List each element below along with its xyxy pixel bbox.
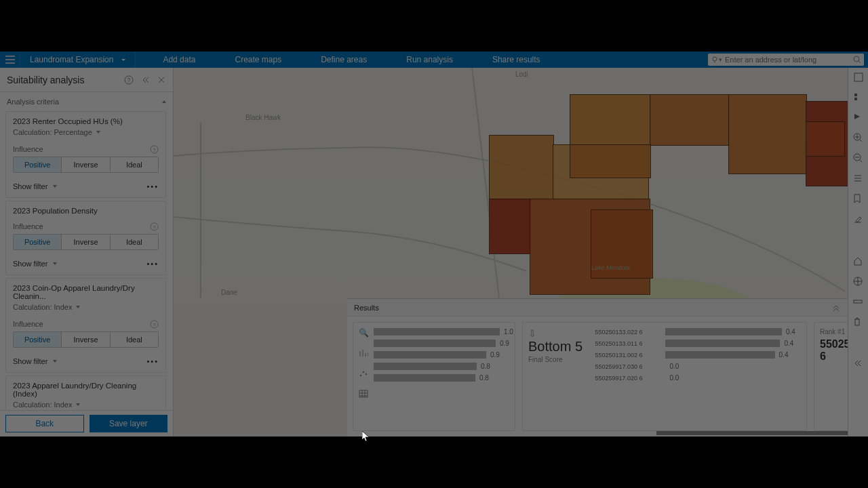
more-icon[interactable]: ••• — [146, 260, 159, 268]
pin-icon — [711, 56, 719, 64]
home-icon[interactable] — [853, 256, 864, 267]
workarea: Suitability analysis ? Analysis criteria… — [0, 68, 868, 436]
scrollbar-thumb[interactable] — [656, 431, 868, 435]
show-filter-toggle[interactable]: Show filter — [13, 260, 47, 268]
search-box[interactable]: ▾ — [708, 54, 864, 66]
seg-ideal[interactable]: Ideal — [111, 332, 158, 347]
tab-share-results[interactable]: Share results — [492, 55, 540, 64]
chevron-down-icon — [76, 403, 80, 406]
bottom5-card: ⇩ Bottom 5 Final Score 550250133.022 60.… — [522, 322, 807, 431]
search-icon[interactable]: 🔍 — [359, 328, 370, 339]
results-h-scrollbar[interactable] — [521, 430, 827, 436]
histogram-icon[interactable] — [359, 348, 370, 359]
more-icon[interactable]: ••• — [146, 182, 159, 190]
zoom-out-icon[interactable] — [853, 153, 864, 164]
criterion-name: 2023 Coin-Op Apparel Laundry/Dry Cleanin… — [6, 279, 165, 303]
bookmark-icon[interactable] — [853, 194, 864, 205]
more-icon[interactable]: ••• — [146, 357, 159, 365]
rank-id: 550250128.003 6 — [820, 338, 848, 363]
suitability-polygon[interactable] — [490, 136, 553, 199]
zoom-in-icon[interactable] — [853, 133, 864, 144]
collapse-icon[interactable] — [140, 75, 150, 85]
show-filter-toggle[interactable]: Show filter — [13, 357, 47, 365]
legend-icon[interactable] — [853, 92, 864, 103]
show-filter-toggle[interactable]: Show filter — [13, 182, 47, 190]
calculation-picker[interactable]: Calculation: Index — [6, 401, 165, 410]
svg-point-17 — [360, 375, 361, 376]
measure-icon[interactable] — [853, 297, 864, 308]
suitability-polygon[interactable] — [729, 95, 806, 174]
section-analysis-criteria[interactable]: Analysis criteria — [0, 92, 173, 108]
bottom5-row: 550250133.022 60.4 — [595, 328, 801, 336]
map-canvas[interactable]: Black Hawk Lodi Lake Mendota Dane County… — [174, 68, 868, 436]
histogram-row: 0.9 — [374, 340, 519, 347]
seg-positive[interactable]: Positive — [14, 157, 62, 172]
close-icon[interactable] — [157, 75, 166, 85]
tab-create-maps[interactable]: Create maps — [235, 55, 281, 64]
tab-run-analysis[interactable]: Run analysis — [406, 55, 453, 64]
results-view-tabs: 🔍 — [359, 328, 370, 425]
layers-icon[interactable] — [853, 72, 864, 83]
tab-add-data[interactable]: Add data — [163, 55, 195, 64]
project-name: Laundromat Expansion — [30, 55, 113, 64]
scatter-icon[interactable] — [359, 369, 370, 380]
search-input[interactable] — [722, 56, 853, 64]
help-icon[interactable]: ? — [149, 222, 159, 231]
results-title: Results — [354, 304, 379, 312]
map-label: Lodi — [515, 70, 528, 78]
tab-define-areas[interactable]: Define areas — [321, 55, 367, 64]
help-icon[interactable]: ? — [149, 144, 159, 154]
sort-desc-icon[interactable]: ⇩ — [528, 328, 595, 339]
criterion-name: 2023 Apparel Laundry/Dry Cleaning (Index… — [6, 376, 165, 401]
svg-text:?: ? — [153, 146, 156, 152]
suitability-polygon[interactable] — [650, 95, 729, 145]
project-picker[interactable]: Laundromat Expansion — [20, 52, 136, 68]
list-icon[interactable] — [853, 174, 864, 184]
svg-rect-21 — [854, 73, 863, 81]
criteria-scroll[interactable]: 2023 Renter Occupied HUs (%) Calculation… — [0, 108, 173, 410]
bottom5-row: 550250131.002 60.4 — [595, 351, 801, 359]
menu-icon[interactable] — [0, 52, 20, 68]
chevron-down-icon — [119, 55, 125, 64]
map-label: Lake Mendota — [591, 264, 630, 271]
seg-positive[interactable]: Positive — [14, 332, 62, 347]
svg-rect-23 — [854, 98, 857, 100]
bottom5-sub: Final Score — [528, 356, 595, 363]
back-button[interactable]: Back — [5, 415, 84, 432]
bottom5-heading: Bottom 5 — [528, 339, 595, 354]
seg-inverse[interactable]: Inverse — [62, 235, 110, 249]
calculation-picker[interactable]: Calculation: Index — [6, 303, 165, 315]
seg-ideal[interactable]: Ideal — [111, 235, 158, 249]
suitability-polygon[interactable] — [570, 145, 650, 178]
histogram-row: 0.9 — [374, 351, 519, 359]
globe-icon[interactable] — [853, 277, 864, 287]
histogram-card: 🔍 1.00.90.90.80.8 — [353, 322, 515, 431]
save-layer-button[interactable]: Save layer — [90, 415, 168, 432]
influence-segmented[interactable]: Positive Inverse Ideal — [13, 157, 159, 173]
table-icon[interactable] — [359, 389, 370, 400]
annotations-icon[interactable] — [853, 214, 864, 225]
bottom5-row: 550250133.011 60.4 — [595, 340, 801, 347]
influence-segmented[interactable]: Positive Inverse Ideal — [13, 234, 159, 250]
seg-inverse[interactable]: Inverse — [62, 157, 110, 172]
help-icon[interactable]: ? — [124, 75, 134, 85]
bottom5-row: 550259917.020 60.0 — [595, 374, 801, 382]
seg-positive[interactable]: Positive — [14, 235, 62, 249]
workflow-tabs: Add data Create maps Define areas Run an… — [163, 55, 540, 64]
collapse-rail-icon[interactable] — [853, 359, 864, 370]
trash-icon[interactable] — [853, 317, 864, 328]
seg-ideal[interactable]: Ideal — [111, 157, 158, 172]
expand-results-icon[interactable] — [831, 303, 841, 312]
suitability-polygon[interactable] — [490, 199, 530, 253]
play-icon[interactable] — [853, 113, 864, 123]
calculation-picker[interactable]: Calculation: Percentage — [6, 128, 165, 140]
svg-point-19 — [366, 373, 367, 375]
chevron-down-icon — [53, 360, 57, 363]
suitability-polygon[interactable] — [806, 122, 844, 156]
influence-segmented[interactable]: Positive Inverse Ideal — [13, 331, 159, 348]
help-icon[interactable]: ? — [149, 319, 159, 329]
seg-inverse[interactable]: Inverse — [62, 332, 110, 347]
criterion-pop-density: 2023 Population Density Influence? Posit… — [5, 201, 166, 275]
svg-point-0 — [713, 57, 717, 61]
suitability-polygon[interactable] — [570, 95, 650, 145]
